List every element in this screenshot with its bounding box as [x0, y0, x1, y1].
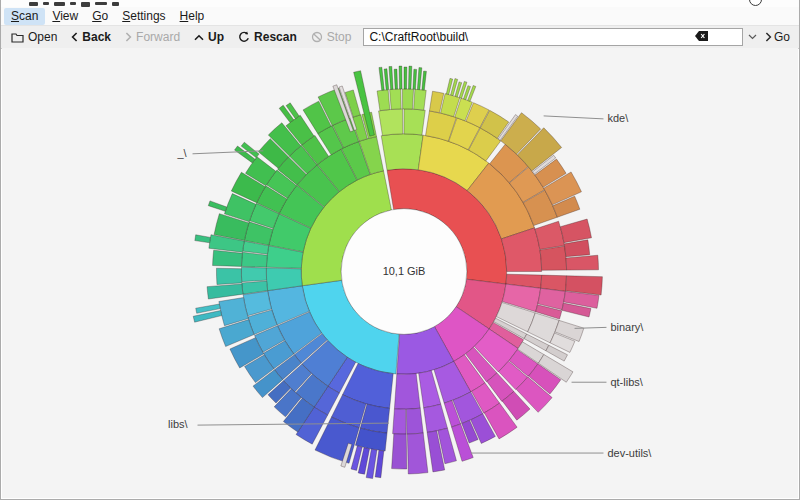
directory-label[interactable]: qt-libs\: [610, 376, 643, 388]
help-icon[interactable]: [749, 0, 762, 6]
stop-icon: [311, 31, 323, 43]
chart-segment[interactable]: [393, 409, 406, 434]
chart-segment[interactable]: [241, 252, 267, 267]
directory-label[interactable]: _\: [176, 147, 187, 159]
chart-segment[interactable]: [377, 90, 390, 111]
chart-segment[interactable]: [394, 69, 397, 89]
chart-segment[interactable]: [399, 66, 402, 89]
rescan-icon: [238, 31, 250, 43]
chart-segment[interactable]: [404, 109, 425, 135]
go-button[interactable]: Go: [760, 29, 795, 45]
chart-segment[interactable]: [389, 66, 393, 89]
forward-icon: [125, 32, 132, 42]
disk-map-svg: 10,1 GiBkde\_\binary\qt-libs\dev-utils\l…: [2, 48, 798, 498]
chart-segment[interactable]: [404, 67, 407, 89]
chart-segment[interactable]: [381, 134, 423, 170]
menu-bar: ScanViewGoSettingsHelp: [1, 7, 799, 25]
callout-leader-line: [544, 116, 604, 119]
chart-segment[interactable]: [414, 89, 427, 110]
window-titlebar: [1, 0, 799, 7]
chevron-down-icon: [748, 34, 757, 40]
chart-segment[interactable]: [422, 71, 427, 90]
toolbar: Open Back Forward Up Rescan Stop Go: [1, 25, 799, 49]
back-icon: [71, 32, 78, 42]
go-label: Go: [774, 30, 790, 44]
menu-scan[interactable]: Scan: [4, 8, 45, 25]
directory-label[interactable]: dev-utils\: [607, 447, 652, 459]
chart-segment[interactable]: [241, 267, 266, 281]
chart-segment[interactable]: [392, 434, 407, 469]
up-button[interactable]: Up: [188, 29, 232, 45]
window-title-clipped: [29, 2, 119, 7]
address-input[interactable]: [363, 28, 743, 46]
filelight-window: { "menu": { "items": [ {"label": "Scan",…: [0, 0, 800, 500]
chart-segment[interactable]: [379, 109, 403, 136]
open-button[interactable]: Open: [5, 29, 65, 45]
chart-segment[interactable]: [540, 246, 567, 270]
address-dropdown-button[interactable]: [745, 29, 760, 45]
go-icon: [765, 32, 772, 42]
open-folder-icon: [11, 32, 24, 43]
chart-segment[interactable]: [213, 250, 243, 266]
forward-label: Forward: [136, 30, 180, 44]
stop-label: Stop: [327, 30, 352, 44]
chart-segment[interactable]: [564, 240, 590, 257]
chart-segment[interactable]: [208, 201, 227, 211]
directory-label[interactable]: kde\: [607, 112, 629, 124]
directory-label[interactable]: binary\: [610, 321, 644, 333]
chart-segment[interactable]: [407, 433, 428, 474]
total-size-label: 10,1 GiB: [383, 265, 426, 277]
chart-segment[interactable]: [390, 89, 402, 109]
chart-segment[interactable]: [394, 374, 420, 410]
up-label: Up: [208, 30, 224, 44]
menu-go[interactable]: Go: [85, 8, 115, 25]
chart-segment[interactable]: [207, 284, 243, 299]
back-label: Back: [82, 30, 111, 44]
stop-button[interactable]: Stop: [305, 29, 360, 45]
open-label: Open: [28, 30, 57, 44]
chart-segment[interactable]: [560, 219, 591, 243]
clear-address-icon[interactable]: [694, 30, 709, 42]
chart-segment[interactable]: [566, 255, 599, 270]
menu-help[interactable]: Help: [173, 8, 212, 25]
rescan-label: Rescan: [254, 30, 297, 44]
chart-segment[interactable]: [408, 66, 411, 89]
chart-segment[interactable]: [195, 235, 211, 243]
chart-segment[interactable]: [535, 221, 565, 249]
rescan-button[interactable]: Rescan: [232, 29, 305, 45]
address-bar: [363, 28, 743, 46]
chart-segment[interactable]: [413, 69, 417, 89]
forward-button[interactable]: Forward: [119, 29, 188, 45]
chart-segment[interactable]: [417, 68, 421, 90]
menu-settings[interactable]: Settings: [115, 8, 172, 25]
chart-segment[interactable]: [424, 404, 448, 432]
back-button[interactable]: Back: [65, 29, 119, 45]
chart-segment[interactable]: [216, 268, 241, 284]
directory-label[interactable]: libs\: [168, 418, 188, 430]
chart-segment[interactable]: [384, 69, 389, 90]
chart-segment[interactable]: [406, 408, 423, 434]
up-icon: [194, 34, 204, 41]
menu-view[interactable]: View: [45, 8, 85, 25]
disk-map-canvas: 10,1 GiBkde\_\binary\qt-libs\dev-utils\l…: [2, 48, 798, 498]
chart-segment[interactable]: [379, 67, 384, 90]
chart-segment[interactable]: [402, 89, 413, 109]
